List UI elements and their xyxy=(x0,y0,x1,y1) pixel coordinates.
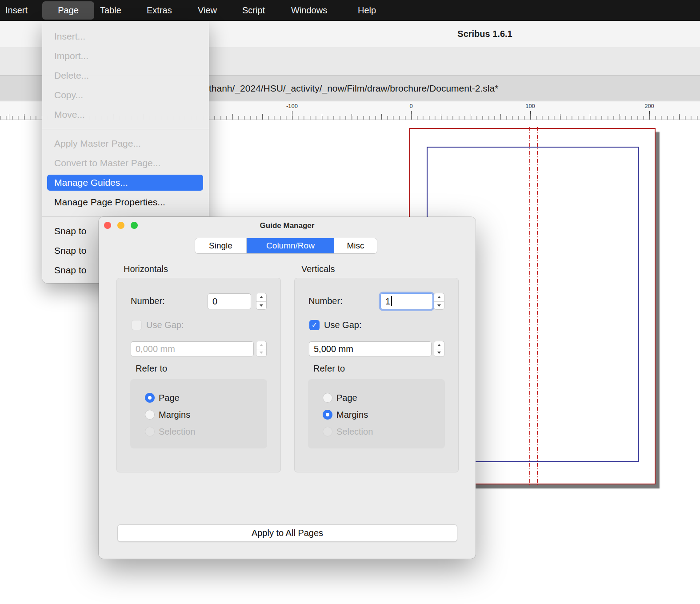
menu-item-insert-page: Insert... xyxy=(42,27,209,46)
menu-item-convert-to-master-page: Convert to Master Page... xyxy=(42,153,209,173)
v-radio-page-label: Page xyxy=(336,392,357,403)
v-number-stepper xyxy=(434,293,444,310)
menu-item-apply-master-page: Apply Master Page... xyxy=(42,134,209,153)
v-refer-to-group: Page Margins Selection xyxy=(308,379,445,448)
ruler-label: -100 xyxy=(286,103,298,109)
scribus-app-window: Scribus 1.6.1 ⋮ Normal xyxy=(0,0,700,604)
v-number-input[interactable] xyxy=(380,293,433,309)
v-radio-selection xyxy=(323,427,332,436)
app-title: Scribus 1.6.1 xyxy=(457,21,512,47)
h-radio-margins[interactable] xyxy=(145,410,155,420)
dialog-title: Guide Manager xyxy=(260,217,315,235)
h-number-input[interactable] xyxy=(208,293,251,309)
stepper-down-icon[interactable] xyxy=(256,302,266,310)
dialog-titlebar[interactable]: Guide Manager xyxy=(99,217,476,234)
text-caret xyxy=(391,296,392,306)
minimize-button[interactable] xyxy=(117,222,124,229)
menu-page[interactable]: Page xyxy=(42,1,94,20)
tab-misc[interactable]: Misc xyxy=(334,238,377,253)
menu-table[interactable]: Table xyxy=(100,0,121,21)
h-radio-page-label: Page xyxy=(159,392,180,403)
horizontals-title: Horizontals xyxy=(124,264,168,274)
vertical-column-guide[interactable] xyxy=(529,127,530,485)
verticals-panel: Number: ✓ Use Gap: Refer to Page xyxy=(294,278,459,472)
v-radio-margins-label: Margins xyxy=(336,409,368,420)
stepper-up-icon[interactable] xyxy=(434,293,444,302)
v-number-label: Number: xyxy=(308,296,343,306)
guide-manager-dialog: Guide Manager Single Column/Row Misc Hor… xyxy=(99,217,476,559)
h-radio-selection-label: Selection xyxy=(159,426,195,437)
menu-item-manage-guides[interactable]: Manage Guides... xyxy=(42,173,209,192)
h-radio-margins-label: Margins xyxy=(159,409,190,420)
menu-windows[interactable]: Windows xyxy=(291,0,327,21)
guide-manager-tabs: Single Column/Row Misc xyxy=(195,238,377,254)
stepper-down-icon[interactable] xyxy=(434,302,444,310)
h-radio-page[interactable] xyxy=(145,393,155,403)
stepper-down-icon xyxy=(256,349,266,357)
h-number-label: Number: xyxy=(131,296,165,306)
h-use-gap-checkbox xyxy=(132,320,142,330)
tab-column-row[interactable]: Column/Row xyxy=(247,238,334,253)
v-radio-margins[interactable] xyxy=(323,410,332,420)
h-gap-input xyxy=(131,341,254,356)
verticals-title: Verticals xyxy=(301,264,335,274)
ruler-label: 200 xyxy=(644,103,654,109)
menu-item-manage-guides-label: Manage Guides... xyxy=(47,175,203,191)
h-gap-stepper xyxy=(256,341,267,357)
stepper-up-icon[interactable] xyxy=(434,341,444,349)
v-radio-selection-label: Selection xyxy=(336,426,373,437)
stepper-up-icon xyxy=(256,341,266,349)
menu-item-delete-page: Delete... xyxy=(42,66,209,85)
menu-separator xyxy=(42,129,209,129)
h-number-stepper xyxy=(256,293,267,310)
menu-view[interactable]: View xyxy=(198,0,217,21)
v-refer-to-label: Refer to xyxy=(313,364,345,374)
h-refer-to-group: Page Margins Selection xyxy=(130,379,267,448)
stepper-down-icon[interactable] xyxy=(434,349,444,357)
v-gap-input[interactable] xyxy=(309,341,432,356)
stepper-up-icon[interactable] xyxy=(256,293,266,302)
zoom-button[interactable] xyxy=(131,222,138,229)
v-use-gap-label: Use Gap: xyxy=(324,320,361,330)
menu-item-move-page: Move... xyxy=(42,105,209,124)
h-radio-selection xyxy=(145,427,155,436)
menu-insert[interactable]: Insert xyxy=(5,0,28,21)
menu-extras[interactable]: Extras xyxy=(147,0,172,21)
v-radio-page[interactable] xyxy=(323,393,332,403)
ruler-label: 0 xyxy=(409,103,412,109)
menu-script[interactable]: Script xyxy=(242,0,265,21)
close-button[interactable] xyxy=(104,222,111,229)
menu-bar: Insert Page Table Extras View Script Win… xyxy=(0,0,700,21)
apply-to-all-pages-button[interactable]: Apply to All Pages xyxy=(117,524,457,542)
menu-item-manage-page-properties[interactable]: Manage Page Properties... xyxy=(42,192,209,212)
h-refer-to-label: Refer to xyxy=(136,364,167,374)
tab-single[interactable]: Single xyxy=(195,238,247,253)
menu-help[interactable]: Help xyxy=(358,0,376,21)
h-use-gap-label: Use Gap: xyxy=(146,320,184,330)
v-gap-stepper xyxy=(434,341,444,357)
document-path: thanh/_2024/HSU/_activity/_now/Film/draw… xyxy=(209,76,498,101)
horizontals-panel: Number: Use Gap: Refer to Page xyxy=(116,278,281,472)
menu-item-import-page: Import... xyxy=(42,46,209,66)
v-use-gap-checkbox[interactable]: ✓ xyxy=(309,320,320,330)
ruler-label: 100 xyxy=(525,103,535,109)
vertical-column-guide[interactable] xyxy=(537,127,538,485)
menu-item-copy-page: Copy... xyxy=(42,85,209,105)
